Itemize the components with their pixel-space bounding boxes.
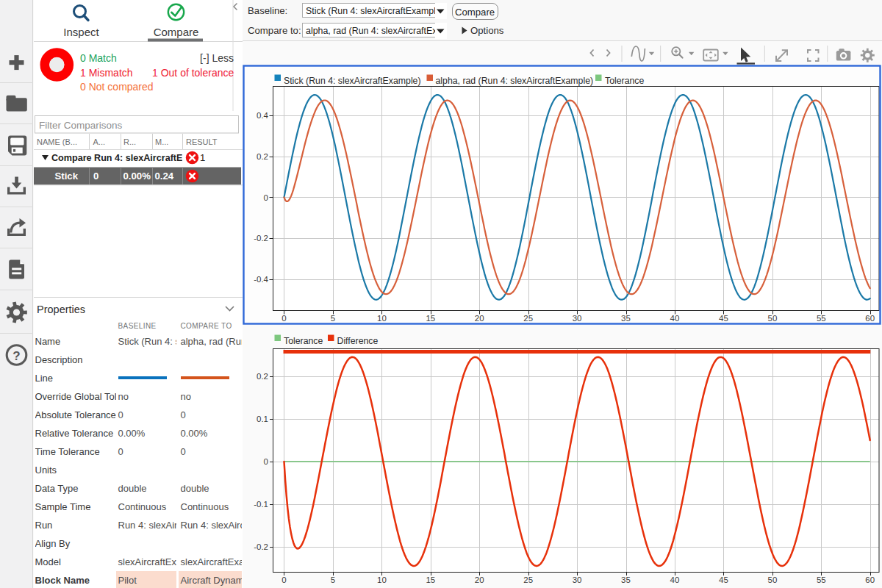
svg-text:0.4: 0.4 (257, 111, 269, 120)
svg-text:-0.4: -0.4 (254, 275, 268, 284)
svg-text:35: 35 (621, 314, 631, 323)
svg-text:COMPARE TO: COMPARE TO (181, 322, 232, 330)
svg-text:Inspect: Inspect (63, 26, 99, 38)
svg-text:50: 50 (768, 314, 778, 323)
svg-text:30: 30 (573, 576, 582, 584)
svg-text:40: 40 (670, 576, 680, 584)
svg-text:Properties: Properties (37, 304, 85, 315)
svg-text:alpha, rad (Run 4: slexAircraf: alpha, rad (Run 4: slexAircraftExample) (436, 76, 594, 86)
svg-text:5: 5 (331, 576, 335, 584)
svg-text:1 Mismatch: 1 Mismatch (80, 67, 133, 79)
svg-text:60: 60 (865, 576, 875, 584)
svg-text:55: 55 (817, 314, 826, 323)
svg-text:0: 0 (264, 193, 268, 202)
svg-text:0.2: 0.2 (257, 372, 268, 381)
svg-text:0: 0 (93, 171, 98, 182)
svg-text:A...: A... (93, 137, 106, 146)
svg-text:0: 0 (282, 576, 286, 584)
svg-text:0.24: 0.24 (155, 171, 174, 182)
svg-text:Compare: Compare (154, 26, 199, 38)
svg-text:Stick (Run 4: slexAircraftExam: Stick (Run 4: slexAircraftExample) (284, 76, 421, 86)
svg-text:Tolerance: Tolerance (284, 336, 323, 346)
svg-text:20: 20 (475, 576, 484, 584)
svg-text:RESULT: RESULT (186, 137, 218, 146)
svg-text:25: 25 (523, 314, 533, 323)
svg-text:30: 30 (573, 314, 582, 323)
svg-text:20: 20 (475, 314, 484, 323)
svg-text:1 Out of tolerance: 1 Out of tolerance (152, 67, 234, 79)
svg-text:0 Not compared: 0 Not compared (80, 81, 154, 93)
svg-text:0.2: 0.2 (257, 152, 268, 161)
svg-text:25: 25 (523, 576, 533, 584)
svg-text:0 Match: 0 Match (80, 52, 117, 64)
svg-text:0: 0 (264, 457, 268, 466)
svg-text:Difference: Difference (337, 336, 379, 346)
svg-text:60: 60 (865, 314, 875, 323)
svg-text:-0.2: -0.2 (254, 234, 268, 243)
svg-text:-0.2: -0.2 (254, 542, 268, 551)
svg-text:40: 40 (670, 314, 680, 323)
svg-text:50: 50 (768, 576, 778, 584)
svg-text:BASELINE: BASELINE (118, 322, 157, 330)
svg-text:10: 10 (377, 314, 387, 323)
svg-text:Stick: Stick (54, 171, 78, 182)
svg-text:NAME (B...: NAME (B... (37, 137, 77, 146)
svg-text:R...: R... (123, 137, 136, 146)
svg-text:M...: M... (155, 137, 168, 146)
svg-text:Tolerance: Tolerance (605, 76, 644, 86)
svg-text:0: 0 (282, 314, 286, 323)
svg-text:10: 10 (377, 576, 387, 584)
svg-text:35: 35 (621, 576, 631, 584)
svg-text:-0.1: -0.1 (254, 500, 268, 509)
svg-text:15: 15 (426, 576, 435, 584)
svg-text:[-] Less: [-] Less (200, 52, 234, 64)
svg-text:Filter Comparisons: Filter Comparisons (39, 120, 123, 131)
svg-text:?: ? (12, 349, 20, 363)
svg-text:1: 1 (200, 152, 205, 163)
svg-text:45: 45 (719, 576, 728, 584)
svg-text:55: 55 (817, 576, 826, 584)
svg-text:5: 5 (331, 314, 335, 323)
svg-text:0.00%: 0.00% (123, 171, 151, 182)
svg-text:45: 45 (719, 314, 728, 323)
svg-text:0.1: 0.1 (257, 415, 268, 423)
svg-text:15: 15 (426, 314, 435, 323)
